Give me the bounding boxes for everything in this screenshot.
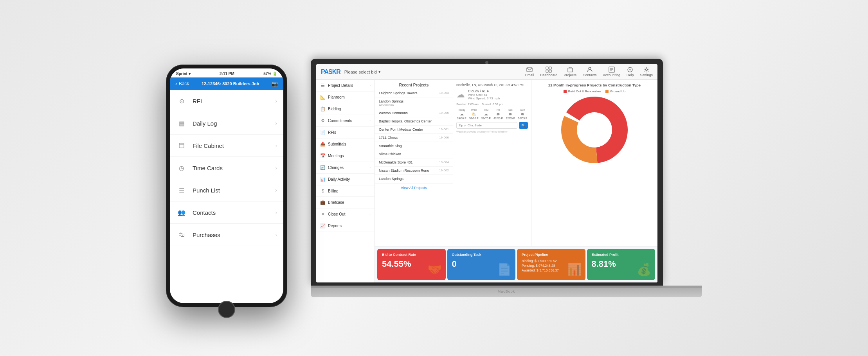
chevron-right-icon: ›	[275, 209, 277, 216]
svg-rect-7	[549, 70, 551, 72]
forecast-sun: Sun 🌧 30/55 F	[517, 108, 528, 120]
sidebar-item-changes[interactable]: 🔄 Changes ›	[316, 162, 375, 174]
laptop-camera	[485, 61, 488, 64]
sidebar-label-meetings: Meetings	[328, 154, 344, 158]
time-cards-label: Time Cards	[193, 165, 275, 171]
sidebar-item-meetings[interactable]: 📅 Meetings	[316, 150, 375, 162]
phone-menu-purchases[interactable]: 🛍 Purchases ›	[170, 224, 283, 246]
view-all-projects-link[interactable]: View All Projects	[375, 183, 453, 192]
estimated-profit-title: Estimated Profit	[592, 253, 651, 257]
content-area: Recent Projects 19-003 Leighton Springs …	[375, 80, 657, 282]
sidebar-label-project-details: Project Details	[328, 83, 353, 88]
weather-search-button[interactable]: 🔍	[519, 122, 528, 129]
forecast-rain-icon: 🌧	[505, 112, 516, 116]
chevron-right-icon: ›	[275, 120, 277, 126]
phone-menu-time-cards[interactable]: ◷ Time Cards ›	[170, 157, 283, 179]
phone-menu-rfi[interactable]: ⊙ RFI ›	[170, 90, 283, 112]
nav-settings[interactable]: Settings	[640, 67, 653, 77]
sidebar-item-project-details[interactable]: ☰ Project Details ›	[316, 80, 375, 92]
sidebar-label-billing: Billing	[328, 189, 339, 193]
project-item[interactable]: 19-003 Leighton Springs Towers	[375, 89, 453, 97]
project-item[interactable]: 19-006 1711 Chess	[375, 134, 453, 142]
outstanding-task-title: Outstanding Task	[452, 253, 511, 257]
chart-legend: Build Out & Renovation Ground Up	[535, 90, 654, 93]
phone-menu-contacts[interactable]: 👥 Contacts ›	[170, 201, 283, 224]
project-item[interactable]: Landon Springs	[375, 175, 453, 183]
sidebar-label-reports: Reports	[328, 224, 342, 228]
nav-settings-label: Settings	[640, 73, 653, 77]
rfi-icon: ⊙	[176, 95, 187, 106]
phone-job-title: 12-12346: 8020 Builders Job	[192, 81, 268, 86]
nav-accounting[interactable]: Accounting	[603, 67, 620, 77]
bid-selector[interactable]: Please select bid ▾	[344, 69, 381, 74]
nav-dashboard[interactable]: Dashboard	[540, 67, 557, 77]
svg-point-16	[645, 69, 647, 71]
sidebar-item-briefcase[interactable]: 💼 Briefcase	[316, 197, 375, 209]
nav-help[interactable]: ? Help	[627, 67, 634, 77]
svg-rect-4	[546, 67, 548, 69]
chart-title: 12 Month In-progress Projects by Constru…	[535, 83, 654, 87]
phone-home-button[interactable]	[218, 301, 235, 318]
close-out-icon: ✕	[320, 212, 326, 217]
phone-back-button[interactable]: ‹ Back	[175, 81, 189, 87]
sidebar-item-reports[interactable]: 📈 Reports	[316, 220, 375, 232]
sidebar-item-bidding[interactable]: 📋 Bidding	[316, 103, 375, 115]
sidebar-item-commitments[interactable]: ⚙ Commitments ›	[316, 115, 375, 127]
project-item[interactable]: Baptist Hospital Obstetrics Center	[375, 117, 453, 126]
file-cabinet-label: File Cabinet	[193, 142, 275, 149]
bid-selector-label: Please select bid	[344, 70, 377, 74]
project-item[interactable]: Landon Springs Americana	[375, 97, 453, 109]
laptop-base	[311, 288, 702, 297]
chevron-right-icon: ›	[369, 84, 371, 87]
phone-menu-daily-log[interactable]: ▤ Daily Log ›	[170, 112, 283, 135]
weather-current: ☁ Cloudy / 61 F Wind Chill: 61 Wind Spee…	[456, 89, 528, 100]
back-arrow-icon: ‹	[175, 81, 177, 87]
phone-menu-file-cabinet[interactable]: File Cabinet ›	[170, 135, 283, 157]
phone-battery: 57% 🔋	[263, 72, 277, 76]
sidebar-label-planroom: Planroom	[328, 95, 345, 99]
sidebar-item-billing[interactable]: $ Billing	[316, 185, 375, 197]
sidebar-item-daily-activity[interactable]: 📊 Daily Activity	[316, 174, 375, 185]
scene: Sprint ▾ 2:11 PM 57% 🔋 ‹ Back 12-12346: …	[0, 0, 868, 356]
phone-menu-punch-list[interactable]: ☰ Punch List ›	[170, 179, 283, 201]
svg-point-9	[589, 67, 591, 70]
sidebar-item-submittals[interactable]: 📤 Submittals	[316, 138, 375, 150]
svg-rect-5	[549, 67, 551, 69]
weather-search-input[interactable]	[456, 122, 517, 129]
sidebar-item-rfis[interactable]: 📄 RFIs	[316, 127, 375, 138]
contacts-icon: 👥	[176, 207, 187, 218]
chevron-right-icon: ›	[369, 166, 371, 169]
rfi-label: RFI	[193, 98, 275, 104]
sidebar-item-planroom[interactable]: 📐 Planroom	[316, 92, 375, 103]
content-top: Recent Projects 19-003 Leighton Springs …	[375, 80, 657, 246]
sidebar-label-rfis: RFIs	[328, 130, 336, 135]
project-item[interactable]: Smoothie King	[375, 142, 453, 150]
sunrise: Sunrise: 7:03 am	[456, 102, 479, 106]
forecast-thu: Thu ☁ 59/70 F	[481, 108, 491, 120]
laptop-device: PASKR Please select bid ▾ Email Dashboar…	[311, 59, 702, 297]
project-item[interactable]: 19-004 McDonalds Store 431	[375, 158, 453, 167]
project-item[interactable]: 19-005 Weston Commons	[375, 109, 453, 117]
time-cards-icon: ◷	[176, 162, 187, 173]
project-item[interactable]: 19-002 Nissan Stadium Restroom Reno	[375, 167, 453, 175]
nav-contacts[interactable]: Contacts	[583, 67, 597, 77]
forecast-partly-cloudy-icon: ⛅	[468, 112, 479, 116]
svg-text:?: ?	[629, 68, 631, 72]
money-icon: 💰	[637, 263, 651, 276]
nav-projects[interactable]: Projects	[564, 67, 576, 77]
rfis-icon: 📄	[320, 130, 326, 135]
sidebar-label-changes: Changes	[328, 165, 344, 170]
project-item[interactable]: Slims Chicken	[375, 150, 453, 158]
chevron-right-icon: ›	[369, 119, 371, 122]
sidebar-item-close-out[interactable]: ✕ Close Out ›	[316, 209, 375, 220]
stat-bid-to-contract: Bid to Contract Rate 54.55% 🤝	[377, 249, 446, 280]
meetings-icon: 📅	[320, 153, 326, 158]
chevron-down-icon: ▾	[378, 69, 381, 74]
bidding-icon: 📋	[320, 106, 326, 111]
main-area: ☰ Project Details › 📐 Planroom	[316, 80, 657, 282]
billing-icon: $	[320, 189, 326, 193]
phone-carrier: Sprint ▾	[176, 72, 191, 76]
project-item[interactable]: 19-001 Center Point Medical Center	[375, 126, 453, 134]
weather-credit: Weather provided courtesy of Yahoo Weath…	[456, 130, 528, 133]
nav-email[interactable]: Email	[525, 67, 534, 77]
